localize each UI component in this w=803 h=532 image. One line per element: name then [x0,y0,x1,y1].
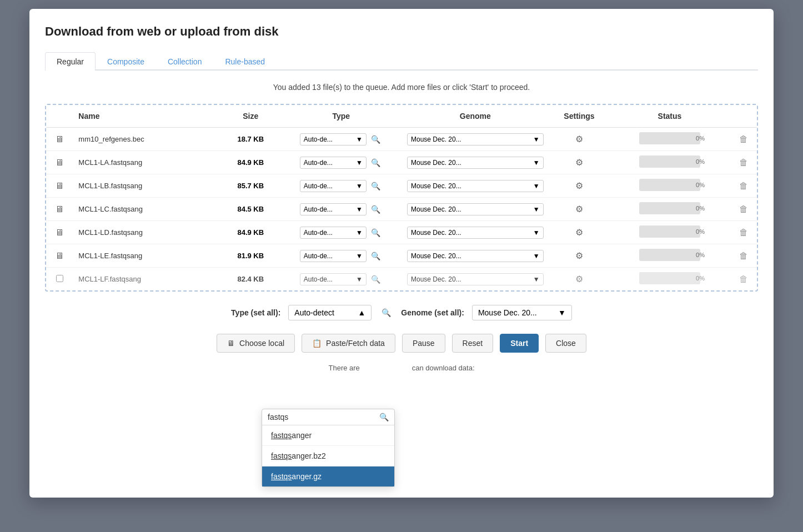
tab-composite[interactable]: Composite [96,52,156,71]
row-genome-select[interactable]: Mouse Dec. 20... ▼ [407,273,544,285]
file-row-genome[interactable]: Mouse Dec. 20... ▼ [402,128,549,151]
col-header-name: Name [73,105,220,128]
row-type-search[interactable]: 🔍 [369,157,383,168]
file-row-settings[interactable]: ⚙ [549,128,610,151]
file-row-delete[interactable]: 🗑 [730,268,757,291]
table-row: 🖥MCL1-LB.fastqsang85.7 KB Auto-de... ▼ 🔍… [46,174,757,198]
file-row-name: mm10_refgenes.bec [73,128,220,151]
file-row-icon: 🖥 [46,221,73,244]
row-type-search[interactable]: 🔍 [369,274,383,285]
close-button[interactable]: Close [545,334,586,353]
file-row-delete[interactable]: 🗑 [730,151,757,174]
file-row-type[interactable]: Auto-de... ▼ 🔍 [281,151,402,174]
file-row-settings[interactable]: ⚙ [549,244,610,268]
file-row-delete[interactable]: 🗑 [730,174,757,198]
row-type-select[interactable]: Auto-de... ▼ [300,157,367,169]
file-row-settings[interactable]: ⚙ [549,221,610,244]
dropdown-item-fastqsanger-gz[interactable]: fastqsanger.gz [262,466,394,486]
type-set-all-arrow: ▲ [358,308,365,317]
file-row-name: MCL1-LC.fastqsang [73,198,220,221]
file-row-settings[interactable]: ⚙ [549,198,610,221]
file-row-delete[interactable]: 🗑 [730,221,757,244]
type-dropdown-popup: 🔍 fastqsanger fastqsanger.bz2 fastqsange… [262,409,395,487]
row-type-select[interactable]: Auto-de... ▼ [300,203,367,215]
gear-icon[interactable]: ⚙ [575,204,583,214]
delete-icon[interactable]: 🗑 [739,158,748,167]
tab-regular[interactable]: Regular [45,52,96,71]
dropdown-item-fastqsanger-bz2[interactable]: fastqsanger.bz2 [262,446,394,466]
start-button[interactable]: Start [500,334,539,353]
gear-icon[interactable]: ⚙ [575,251,583,260]
file-row-type[interactable]: Auto-de... ▼ 🔍 [281,221,402,244]
row-type-select[interactable]: Auto-de... ▼ [300,133,367,145]
modal-title: Download from web or upload from disk [45,24,758,39]
gear-icon[interactable]: ⚙ [575,134,583,144]
file-row-delete[interactable]: 🗑 [730,198,757,221]
file-row-genome[interactable]: Mouse Dec. 20... ▼ [402,198,549,221]
delete-icon[interactable]: 🗑 [739,251,748,260]
row-genome-select[interactable]: Mouse Dec. 20... ▼ [407,157,544,169]
row-type-search[interactable]: 🔍 [369,180,383,192]
dropdown-item-match-3: fastqs [271,472,292,481]
paste-fetch-button[interactable]: 📋 Paste/Fetch data [302,334,395,353]
file-row-type[interactable]: Auto-de... ▼ 🔍 [281,268,402,291]
choose-local-button[interactable]: 🖥 Choose local [217,334,295,353]
genome-set-all-select[interactable]: Mouse Dec. 20... ▼ [472,305,572,320]
row-type-search[interactable]: 🔍 [369,250,383,262]
row-type-select[interactable]: Auto-de... ▼ [300,273,367,285]
paste-fetch-label: Paste/Fetch data [326,339,385,348]
gear-icon[interactable]: ⚙ [575,158,583,167]
row-genome-select[interactable]: Mouse Dec. 20... ▼ [407,203,544,215]
monitor-file-icon: 🖥 [55,251,64,260]
gear-icon[interactable]: ⚙ [575,228,583,237]
row-genome-select[interactable]: Mouse Dec. 20... ▼ [407,227,544,239]
file-row-genome[interactable]: Mouse Dec. 20... ▼ [402,174,549,198]
row-type-select[interactable]: Auto-de... ▼ [300,180,367,192]
row-genome-select[interactable]: Mouse Dec. 20... ▼ [407,180,544,192]
reset-button[interactable]: Reset [452,334,494,353]
row-type-search[interactable]: 🔍 [369,227,383,238]
bottom-text: There are can download data: [45,357,758,372]
file-row-checkbox[interactable] [56,275,63,282]
tab-rule-based[interactable]: Rule-based [213,52,277,71]
delete-icon[interactable]: 🗑 [739,204,748,214]
pause-button[interactable]: Pause [402,334,445,353]
gear-icon[interactable]: ⚙ [575,181,583,190]
tab-collection[interactable]: Collection [156,52,213,71]
file-row-delete[interactable]: 🗑 [730,128,757,151]
gear-icon[interactable]: ⚙ [575,274,583,284]
row-type-search[interactable]: 🔍 [369,204,383,215]
file-row-settings[interactable]: ⚙ [549,174,610,198]
file-row-type[interactable]: Auto-de... ▼ 🔍 [281,198,402,221]
paste-icon: 📋 [312,339,322,348]
file-row-genome[interactable]: Mouse Dec. 20... ▼ [402,244,549,268]
genome-set-all-label: Genome (set all): [401,308,464,317]
monitor-file-icon: 🖥 [55,181,64,190]
type-search-button[interactable]: 🔍 [379,307,393,318]
table-row: MCL1-LF.fastqsang82.4 KB Auto-de... ▼ 🔍 … [46,268,757,291]
file-row-genome[interactable]: Mouse Dec. 20... ▼ [402,151,549,174]
file-row-genome[interactable]: Mouse Dec. 20... ▼ [402,268,549,291]
type-set-all-select[interactable]: Auto-detect ▲ [288,305,372,320]
file-row-name: MCL1-LB.fastqsang [73,174,220,198]
file-row-settings[interactable]: ⚙ [549,268,610,291]
row-type-select[interactable]: Auto-de... ▼ [300,250,367,262]
file-row-settings[interactable]: ⚙ [549,151,610,174]
file-row-delete[interactable]: 🗑 [730,244,757,268]
progress-label: 0% [670,275,731,282]
delete-icon[interactable]: 🗑 [739,228,748,237]
file-row-size: 84.9 KB [220,221,281,244]
dropdown-search-input[interactable] [268,413,376,421]
row-type-search[interactable]: 🔍 [369,134,383,145]
dropdown-item-fastqsanger[interactable]: fastqsanger [262,425,394,446]
row-genome-select[interactable]: Mouse Dec. 20... ▼ [407,250,544,262]
file-row-type[interactable]: Auto-de... ▼ 🔍 [281,128,402,151]
file-row-type[interactable]: Auto-de... ▼ 🔍 [281,244,402,268]
row-genome-select[interactable]: Mouse Dec. 20... ▼ [407,133,544,145]
row-type-select[interactable]: Auto-de... ▼ [300,227,367,239]
file-row-genome[interactable]: Mouse Dec. 20... ▼ [402,221,549,244]
file-row-type[interactable]: Auto-de... ▼ 🔍 [281,174,402,198]
delete-icon[interactable]: 🗑 [739,134,748,144]
delete-icon[interactable]: 🗑 [739,181,748,190]
delete-icon[interactable]: 🗑 [739,274,748,284]
